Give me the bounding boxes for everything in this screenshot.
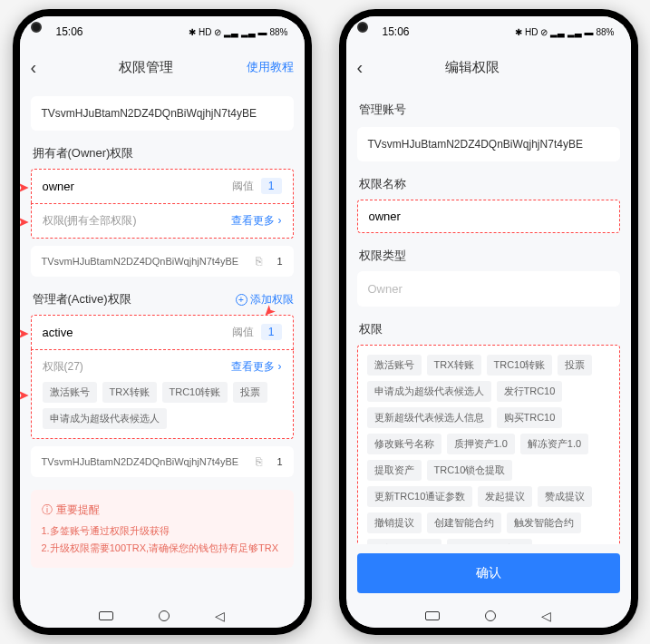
owner-name: owner — [43, 180, 74, 193]
permission-tag[interactable]: TRC10转账 — [162, 382, 228, 403]
perm-type-value: Owner — [357, 271, 620, 307]
status-time: 15:06 — [56, 25, 83, 38]
weight-value: 1 — [276, 456, 282, 467]
nav-back[interactable]: ◁ — [541, 609, 551, 623]
owner-section-label: 拥有者(Owner)权限 — [33, 145, 294, 161]
status-icons: ✱ HD ⊘ ▂▃ ▂▃ ▬ 88% — [189, 27, 287, 37]
camera-hole — [31, 22, 42, 33]
perm-tags-box: ➤ 激活账号TRX转账TRC10转账投票申请成为超级代表候选人发行TRC10更新… — [357, 345, 620, 544]
mgmt-account-label: 管理账号 — [359, 102, 620, 118]
permission-tag[interactable]: TRX转账 — [102, 382, 157, 403]
permission-tag[interactable]: 申请成为超级代表候选人 — [43, 408, 167, 429]
nav-home[interactable] — [159, 610, 170, 621]
threshold-wrap: 阈值 1 — [232, 179, 281, 194]
camera-hole — [357, 22, 368, 33]
tutorial-link[interactable]: 使用教程 — [239, 59, 294, 75]
perm-name-label: 权限名称 — [359, 176, 620, 192]
permission-tag[interactable]: 发行TRC10 — [497, 381, 563, 402]
plus-icon: + — [236, 294, 247, 306]
owner-name-row[interactable]: ➤ owner 阈值 1 — [31, 169, 294, 204]
permission-tag[interactable]: 购买TRC10 — [497, 407, 563, 428]
permission-tag[interactable]: 投票 — [233, 382, 267, 403]
threshold-value: 1 — [261, 178, 282, 194]
page-title: 编辑权限 — [379, 59, 566, 76]
permission-tag[interactable]: 修改账号名称 — [367, 434, 441, 454]
info-icon: ⓘ — [42, 501, 53, 519]
active-name-row[interactable]: ➤ active 阈值 1 — [31, 315, 294, 350]
android-nav: ◁ — [346, 604, 631, 628]
header: ‹ 编辑权限 — [346, 47, 631, 87]
arrow-icon: ➤ — [20, 212, 29, 229]
phone-right: 15:06 ✱ HD ⊘ ▂▃ ▂▃ ▬ 88% ‹ 编辑权限 管理账号 TVs… — [339, 9, 638, 635]
permission-tag[interactable]: 发起提议 — [478, 486, 532, 507]
perm-list-label: 权限 — [359, 321, 620, 337]
status-bar: 15:06 ✱ HD ⊘ ▂▃ ▂▃ ▬ 88% — [346, 16, 631, 47]
screen-left: 15:06 ✱ HD ⊘ ▂▃ ▂▃ ▬ 88% ‹ 权限管理 使用教程 TVs… — [20, 16, 305, 628]
notice-line-1: 1.多签账号通过权限升级获得 — [42, 522, 283, 540]
arrow-icon: ➤ — [20, 324, 29, 341]
permission-tag[interactable]: 质押资产1.0 — [447, 434, 515, 454]
copy-icon[interactable]: ⎘ — [256, 255, 262, 268]
permission-tag[interactable]: 赞成提议 — [538, 486, 592, 507]
permission-tag[interactable]: TRC10锁仓提取 — [427, 460, 513, 481]
threshold-wrap: 阈值 1 — [232, 325, 281, 340]
permission-tag[interactable]: 激活账号 — [367, 355, 422, 376]
address-card: TVsvmHJuBtamN2DZ4DQnBiWqjhjN7t4yBE — [31, 96, 294, 131]
screen-right: 15:06 ✱ HD ⊘ ▂▃ ▂▃ ▬ 88% ‹ 编辑权限 管理账号 TVs… — [346, 16, 631, 628]
active-perm-row[interactable]: ➤ 权限(27) 查看更多 › 激活账号TRX转账TRC10转账投票申请成为超级… — [31, 350, 294, 439]
threshold-value: 1 — [261, 324, 282, 340]
view-more-link[interactable]: 查看更多 › — [231, 213, 281, 229]
arrow-icon: ➤ — [20, 178, 29, 195]
permission-tag[interactable]: TRC10转账 — [487, 355, 553, 376]
back-button[interactable]: ‹ — [357, 57, 379, 78]
weight-value: 1 — [276, 256, 282, 267]
owner-address-row: TVsvmHJuBtamN2DZ4DQnBiWqjhjN7t4yBE ⎘ 1 — [31, 246, 294, 277]
permission-tag[interactable]: 创建Bancor交易 — [447, 539, 533, 544]
permission-tag[interactable]: 激活账号 — [43, 382, 97, 403]
notice-box: ⓘ 重要提醒 1.多签账号通过权限升级获得 2.升级权限需要100TRX,请确保… — [31, 490, 294, 568]
header: ‹ 权限管理 使用教程 — [20, 47, 305, 87]
status-bar: 15:06 ✱ HD ⊘ ▂▃ ▂▃ ▬ 88% — [20, 16, 305, 47]
page-title: 权限管理 — [53, 59, 239, 76]
copy-icon[interactable]: ⎘ — [256, 455, 262, 468]
android-nav: ◁ — [20, 604, 305, 628]
content-left: TVsvmHJuBtamN2DZ4DQnBiWqjhjN7t4yBE 拥有者(O… — [20, 87, 305, 604]
add-permission-link[interactable]: + 添加权限 ➤ — [236, 292, 294, 307]
perm-name-input[interactable]: owner — [357, 200, 620, 233]
notice-title: ⓘ 重要提醒 — [42, 501, 283, 519]
perm-27-label: 权限(27) — [43, 359, 83, 375]
view-more-link[interactable]: 查看更多 › — [231, 359, 281, 375]
back-button[interactable]: ‹ — [31, 57, 53, 78]
permission-tag[interactable]: 撤销提议 — [367, 512, 422, 533]
active-tags: 激活账号TRX转账TRC10转账投票申请成为超级代表候选人 — [43, 382, 282, 429]
phone-left: 15:06 ✱ HD ⊘ ▂▃ ▂▃ ▬ 88% ‹ 权限管理 使用教程 TVs… — [13, 9, 312, 635]
permission-tag[interactable]: 更新超级代表候选人信息 — [367, 407, 491, 428]
permission-tag[interactable]: 更新TRC10通证参数 — [367, 486, 473, 507]
permission-tag[interactable]: 触发智能合约 — [507, 512, 581, 533]
permission-tag[interactable]: 创建智能合约 — [427, 512, 501, 533]
active-section-label: 管理者(Active)权限 + 添加权限 ➤ — [33, 291, 294, 307]
content-right: 管理账号 TVsvmHJuBtamN2DZ4DQnBiWqjhjN7t4yBE … — [346, 87, 631, 544]
nav-back[interactable]: ◁ — [215, 609, 225, 623]
confirm-button[interactable]: 确认 — [357, 553, 620, 593]
nav-recent[interactable] — [425, 611, 440, 620]
active-name: active — [43, 326, 73, 339]
perm-type-label: 权限类型 — [359, 248, 620, 264]
notice-line-2: 2.升级权限需要100TRX,请确保您的钱包持有足够TRX — [42, 540, 283, 557]
permission-tag[interactable]: 解冻资产1.0 — [520, 434, 588, 454]
permission-tag[interactable]: 更新合约参数 — [367, 539, 441, 544]
arrow-icon: ➤ — [20, 385, 29, 403]
permission-tag[interactable]: 投票 — [558, 355, 592, 376]
nav-recent[interactable] — [99, 611, 113, 620]
owner-perm-row[interactable]: ➤ 权限(拥有全部权限) 查看更多 › — [31, 204, 294, 239]
status-time: 15:06 — [383, 25, 410, 38]
permission-tag[interactable]: TRX转账 — [427, 355, 481, 376]
address-card: TVsvmHJuBtamN2DZ4DQnBiWqjhjN7t4yBE — [357, 127, 620, 161]
active-address-row: TVsvmHJuBtamN2DZ4DQnBiWqjhjN7t4yBE ⎘ 1 — [31, 446, 294, 477]
status-icons: ✱ HD ⊘ ▂▃ ▂▃ ▬ 88% — [515, 27, 614, 37]
permission-tag[interactable]: 提取资产 — [367, 460, 422, 481]
perm-all-label: 权限(拥有全部权限) — [43, 213, 137, 229]
permission-tag[interactable]: 申请成为超级代表候选人 — [367, 381, 491, 402]
nav-home[interactable] — [485, 610, 496, 621]
